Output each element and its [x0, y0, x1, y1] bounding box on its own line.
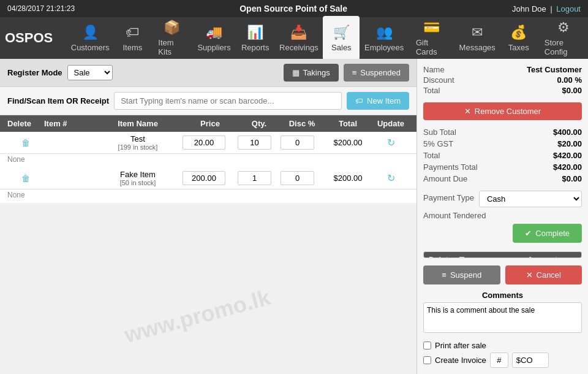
delete-item-2-button[interactable]: 🗑 [7, 174, 44, 183]
invoice-hash-input[interactable] [490, 353, 508, 368]
disc-input-1[interactable] [281, 135, 314, 150]
items-table: 🗑 Test [199 in stock] $200.00 ↻ None 🗑 [0, 132, 417, 374]
suspended-icon: ≡ [352, 68, 357, 77]
search-input[interactable] [114, 92, 342, 110]
messages-icon: ✉ [472, 25, 483, 40]
taxes-icon: 💰 [510, 25, 527, 40]
store-config-icon: ⚙ [557, 20, 570, 36]
payment-type-row: Payment Type Cash Credit Card Debit Card… [423, 191, 582, 207]
customer-section: Name Test Customer Discount 0.00 % Total… [423, 65, 582, 96]
takings-button[interactable]: ▦ Takings [284, 64, 339, 82]
invoice-value-input[interactable] [512, 353, 549, 368]
subtotal-value: $400.00 [553, 128, 582, 137]
nav-item-gift-cards[interactable]: 💳 Gift Cards [409, 16, 454, 60]
customer-total-label: Total [423, 86, 440, 95]
col-qty: Qty. [238, 119, 281, 128]
price-input-2[interactable] [183, 171, 225, 185]
col-update: Update [372, 119, 409, 128]
items-icon: 🏷 [126, 25, 139, 40]
payments-header: Delete Type Amount [424, 252, 581, 258]
update-item-2-button[interactable]: ↻ [372, 172, 409, 184]
watermark: www.promo.lk [122, 284, 273, 348]
nav-item-store-config[interactable]: ⚙ Store Config [537, 16, 588, 60]
username: John Doe [512, 4, 546, 13]
cancel-button[interactable]: ✕ Cancel [505, 265, 582, 284]
nav-logo: OSPOS [5, 30, 54, 46]
cancel-icon: ✕ [526, 270, 533, 280]
total-1: $200.00 [323, 138, 372, 147]
nav-item-customers[interactable]: 👤 Customers [66, 16, 114, 60]
suspend-button[interactable]: ≡ Suspend [423, 265, 500, 284]
nav-label-suppliers: Suppliers [197, 43, 230, 52]
total-value: $420.00 [553, 151, 582, 160]
nav-item-taxes[interactable]: 💰 Taxes [500, 16, 537, 60]
nav-items: 👤 Customers 🏷 Items 📦 Item Kits 🚚 Suppli… [66, 16, 588, 60]
user-info: John Doe | Logout [512, 4, 581, 13]
qty-input-2[interactable] [238, 171, 271, 185]
none-row-2: None [0, 189, 417, 203]
register-mode: Register Mode Sale Return [7, 65, 113, 80]
create-invoice-checkbox[interactable] [423, 356, 431, 364]
ph-delete: Delete [429, 255, 459, 258]
nav-item-reports[interactable]: 📊 Reports [236, 16, 274, 60]
ph-type: Type [459, 255, 527, 258]
nav-label-reports: Reports [241, 43, 270, 52]
item-kits-icon: 📦 [164, 20, 180, 36]
payments-total-row: Payments Total $420.00 [423, 161, 582, 173]
total-label: Total [423, 151, 440, 160]
customer-total-row: Total $0.00 [423, 86, 582, 95]
nav-item-suppliers[interactable]: 🚚 Suppliers [192, 16, 236, 60]
remove-customer-button[interactable]: ✕ Remove Customer [423, 102, 582, 120]
print-after-sale-checkbox[interactable] [423, 342, 431, 349]
search-label: Find/Scan Item OR Receipt [7, 96, 109, 105]
datetime: 04/28/2017 21:21:23 [7, 4, 75, 13]
gst-row: 5% GST $20.00 [423, 138, 582, 150]
qty-input-1[interactable] [238, 135, 271, 150]
nav-item-messages[interactable]: ✉ Messages [454, 16, 500, 60]
customer-name-label: Name [423, 65, 445, 74]
customer-name-row: Name Test Customer [423, 65, 582, 74]
register-mode-select[interactable]: Sale Return [67, 65, 113, 80]
payments-table: Delete Type Amount 🗑 Debit Card $210.00 … [423, 251, 582, 258]
register-mode-label: Register Mode [7, 68, 62, 77]
check-icon: ✔ [525, 229, 532, 238]
nav-item-employees[interactable]: 👥 Employees [360, 16, 409, 60]
total-2: $200.00 [323, 174, 372, 183]
new-item-button[interactable]: 🏷 New Item [347, 92, 409, 110]
nav-item-receivings[interactable]: 📥 Receivings [274, 16, 323, 60]
col-item-num: Item # [44, 119, 93, 128]
amount-tendered-label: Amount Tendered [423, 211, 582, 220]
action-buttons: ≡ Suspend ✕ Cancel [423, 265, 582, 284]
delete-item-1-button[interactable]: 🗑 [7, 138, 44, 148]
amount-due-value: $0.00 [562, 174, 582, 183]
nav-item-items[interactable]: 🏷 Items [114, 16, 151, 60]
left-panel: Register Mode Sale Return ▦ Takings ≡ Su… [0, 59, 417, 374]
item-name-2: Fake Item [50 in stock] [93, 170, 183, 186]
nav-item-item-kits[interactable]: 📦 Item Kits [151, 16, 192, 60]
print-row: Print after sale [423, 341, 582, 350]
gst-value: $20.00 [557, 139, 582, 148]
comments-textarea[interactable]: This is a comment about the sale [423, 302, 582, 333]
subtotal-label: Sub Total [423, 128, 456, 137]
suspended-button[interactable]: ≡ Suspended [344, 64, 409, 82]
nav-item-sales[interactable]: 🛒 Sales [323, 16, 360, 60]
comments-section: Comments This is a comment about the sal… [423, 291, 582, 335]
payments-total-label: Payments Total [423, 162, 478, 172]
none-row-1: None [0, 154, 417, 167]
price-input-1[interactable] [183, 135, 225, 150]
nav-label-gift-cards: Gift Cards [416, 38, 447, 56]
logout-link[interactable]: Logout [556, 4, 581, 13]
update-item-1-button[interactable]: ↻ [372, 137, 409, 148]
complete-button[interactable]: ✔ Complete [513, 224, 582, 243]
nav-label-receivings: Receivings [279, 43, 318, 52]
takings-icon: ▦ [292, 68, 300, 77]
disc-input-2[interactable] [281, 171, 314, 185]
customer-total-value: $0.00 [562, 86, 582, 95]
item-name-1: Test [199 in stock] [93, 134, 183, 151]
reports-icon: 📊 [247, 25, 263, 40]
invoice-row: Create Invoice [423, 353, 582, 368]
payment-type-select[interactable]: Cash Credit Card Debit Card Check [479, 191, 582, 207]
payment-section: Payment Type Cash Credit Card Debit Card… [423, 191, 582, 243]
col-item-name: Item Name [93, 119, 183, 128]
nav-label-taxes: Taxes [508, 43, 529, 52]
